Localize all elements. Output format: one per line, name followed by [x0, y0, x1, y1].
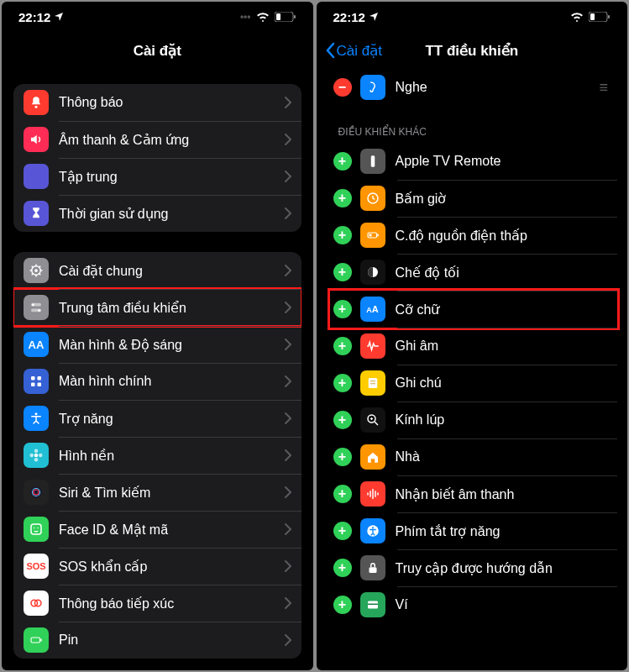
settings-row-faceid[interactable]: Face ID & Mật mã — [13, 511, 301, 548]
svg-rect-23 — [31, 524, 41, 534]
add-button[interactable]: + — [333, 485, 352, 503]
back-button[interactable]: Cài đặt — [325, 42, 382, 60]
settings-row-switches[interactable]: Trung tâm điều khiển — [13, 289, 301, 326]
row-label: Âm thanh & Cảm ứng — [59, 132, 285, 148]
control-row-note: + Ghi chú — [330, 365, 618, 402]
chevron-right-icon — [285, 302, 291, 313]
settings-row-sos[interactable]: SOS SOS khẩn cấp — [13, 548, 301, 585]
chevron-right-icon — [285, 486, 291, 498]
row-label: Thông báo — [59, 95, 285, 110]
add-button[interactable]: + — [333, 152, 352, 171]
control-label: Ví — [396, 597, 615, 612]
chevron-right-icon — [285, 634, 291, 646]
control-center-content[interactable]: − Nghe ≡ ĐIỀU KHIỂN KHÁC + Apple TV Remo… — [317, 69, 628, 623]
svg-line-43 — [375, 422, 378, 425]
chevron-right-icon — [285, 134, 291, 145]
back-label: Cài đặt — [337, 42, 382, 60]
status-bar: 22:12 ••• — [2, 2, 313, 32]
control-row-textsize: + AA Cỡ chữ — [330, 291, 618, 328]
svg-rect-47 — [370, 491, 371, 497]
access-icon — [24, 406, 49, 431]
settings-row-aa[interactable]: AA Màn hình & Độ sáng — [13, 326, 301, 363]
flower-icon — [24, 443, 49, 468]
add-button[interactable]: + — [333, 559, 352, 577]
svg-point-24 — [34, 528, 35, 529]
svg-point-5 — [34, 269, 38, 272]
access2-icon — [360, 518, 385, 543]
settings-group-1: Thông báo Âm thanh & Cảm ứng Tập trung T… — [13, 84, 301, 232]
faceid-icon — [24, 517, 49, 542]
svg-rect-39 — [368, 378, 377, 388]
row-label: Thông báo tiếp xúc — [59, 596, 285, 612]
lock-icon — [360, 555, 385, 580]
add-button[interactable]: + — [333, 522, 352, 540]
wallet-icon — [360, 592, 385, 617]
svg-point-16 — [34, 449, 39, 454]
settings-row-access[interactable]: Trợ năng — [13, 400, 301, 437]
settings-row-flower[interactable]: Hình nền — [13, 437, 301, 474]
control-row-lock: + Truy cập được hướng dẫn — [330, 549, 618, 586]
aa-icon: AA — [24, 332, 49, 357]
ear-icon — [360, 75, 385, 100]
add-button[interactable]: + — [333, 374, 352, 392]
control-label: Ghi chú — [396, 375, 615, 391]
svg-rect-10 — [31, 376, 35, 381]
svg-rect-53 — [369, 567, 376, 573]
svg-point-52 — [371, 527, 373, 528]
control-label: Chế độ tối — [396, 265, 615, 281]
row-label: Pin — [59, 633, 285, 648]
chevron-right-icon — [285, 449, 291, 461]
phone-right: 22:12 Cài đặt TT điều khiển − Nghe ≡ ĐIỀ… — [317, 2, 628, 670]
add-button[interactable]: + — [333, 337, 352, 355]
siri-icon — [24, 480, 49, 505]
page-title: TT điều khiển — [425, 42, 518, 60]
settings-row-bell[interactable]: Thông báo — [13, 84, 301, 121]
add-button[interactable]: + — [333, 300, 352, 318]
add-button[interactable]: + — [333, 448, 352, 466]
chevron-right-icon — [285, 339, 291, 350]
add-button[interactable]: + — [333, 226, 352, 244]
svg-rect-46 — [367, 493, 369, 496]
add-button[interactable]: + — [333, 596, 352, 614]
included-controls: − Nghe ≡ — [327, 69, 618, 106]
magnify-icon — [360, 407, 385, 433]
wifi-icon — [256, 12, 270, 22]
control-label: Nghe — [396, 80, 600, 95]
settings-row-hourglass[interactable]: Thời gian sử dụng — [13, 195, 301, 232]
svg-rect-55 — [368, 604, 378, 606]
svg-rect-12 — [31, 383, 35, 387]
home-icon — [360, 444, 385, 470]
moon-icon — [24, 164, 49, 189]
wifi-icon — [570, 12, 584, 22]
chevron-right-icon — [285, 265, 291, 276]
chevron-right-icon — [285, 171, 291, 182]
settings-row-battery[interactable]: Pin — [13, 622, 301, 659]
settings-row-exposure[interactable]: Thông báo tiếp xúc — [13, 585, 301, 622]
settings-row-siri[interactable]: Siri & Tìm kiếm — [13, 474, 301, 511]
svg-rect-11 — [38, 376, 42, 381]
reorder-handle-icon[interactable]: ≡ — [599, 79, 614, 97]
speaker-icon — [24, 127, 49, 152]
add-button[interactable]: + — [333, 189, 352, 207]
settings-row-gear[interactable]: Cài đặt chung — [13, 252, 301, 289]
add-button[interactable]: + — [333, 263, 352, 281]
control-label: Bấm giờ — [396, 191, 615, 207]
control-label: Ghi âm — [396, 339, 615, 354]
control-row-access2: + Phím tắt trợ năng — [330, 512, 618, 549]
add-button[interactable]: + — [333, 411, 352, 429]
settings-row-grid[interactable]: Màn hình chính — [13, 363, 301, 400]
chevron-right-icon — [285, 412, 291, 424]
remove-button[interactable]: − — [333, 78, 352, 97]
settings-content[interactable]: Thông báo Âm thanh & Cảm ứng Tập trung T… — [2, 69, 313, 670]
clock-icon — [360, 186, 385, 211]
settings-row-speaker[interactable]: Âm thanh & Cảm ứng — [13, 121, 301, 158]
status-bar: 22:12 — [317, 2, 628, 32]
svg-point-3 — [35, 106, 38, 108]
control-label: Truy cập được hướng dẫn — [396, 560, 615, 576]
control-row-home: + Nhà — [330, 438, 618, 475]
row-label: Màn hình & Độ sáng — [59, 337, 285, 353]
settings-row-moon[interactable]: Tập trung — [13, 158, 301, 195]
control-row-ear: − Nghe ≡ — [330, 69, 618, 106]
svg-rect-36 — [369, 234, 371, 237]
more-controls-header: ĐIỀU KHIỂN KHÁC — [338, 126, 618, 138]
